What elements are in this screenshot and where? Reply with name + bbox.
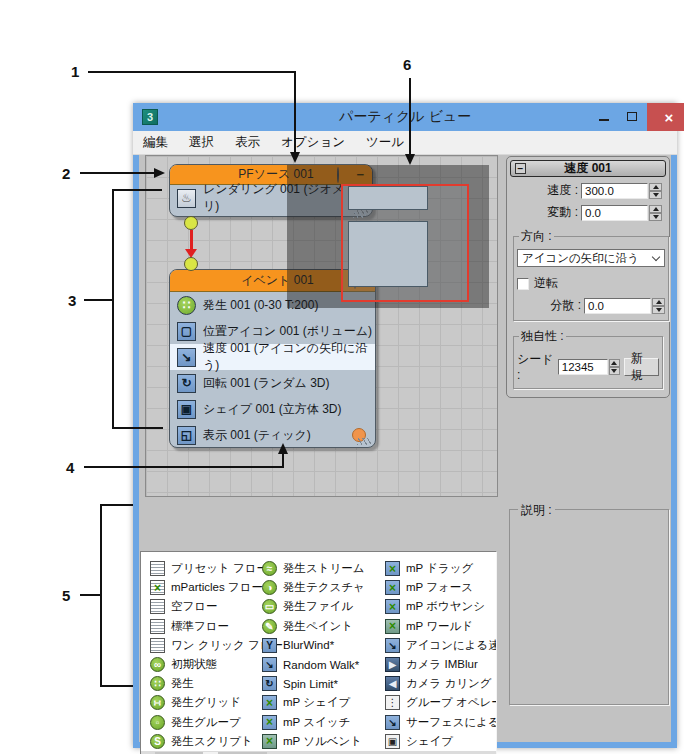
variation-row: 変動 : 0.0 bbox=[510, 204, 666, 221]
depot-label: 発生テクスチャ bbox=[283, 580, 365, 595]
mp-buoyancy-icon: × bbox=[385, 599, 400, 614]
reverse-checkbox[interactable] bbox=[517, 278, 529, 290]
menu-options[interactable]: オプション bbox=[281, 134, 345, 151]
depot-item-camera-imblur[interactable]: ▶カメラ IMBlur bbox=[385, 655, 497, 674]
speed-spinner[interactable] bbox=[649, 183, 662, 199]
description-legend: 説明 : bbox=[518, 502, 555, 519]
divergence-spinner[interactable] bbox=[652, 298, 665, 314]
rotation-icon: ↻ bbox=[177, 374, 196, 393]
spin-up-icon[interactable] bbox=[649, 205, 662, 213]
spin-down-icon[interactable] bbox=[649, 191, 662, 199]
depot-item-shape[interactable]: ▣シェイプ bbox=[385, 732, 497, 751]
menu-select[interactable]: 選択 bbox=[189, 134, 214, 151]
particle-view-window: 3 パーティクル ビュー × 編集 選択 表示 オプション ツール PFソース … bbox=[133, 103, 677, 748]
wire-line bbox=[190, 230, 193, 250]
menu-tools[interactable]: ツール bbox=[366, 134, 404, 151]
depot-item-camera-culling[interactable]: ◀カメラ カリング bbox=[385, 674, 497, 693]
depot-item-spin-limit[interactable]: ↻Spin Limit* bbox=[262, 674, 365, 693]
depot-item-birth-file[interactable]: ▭発生ファイル bbox=[262, 597, 365, 616]
depot-label: 発生グループ bbox=[171, 715, 241, 730]
shape-action-row[interactable]: ▣ シェイプ 001 (立方体 3D) bbox=[170, 396, 375, 422]
mparticles-flow-icon: × bbox=[150, 580, 165, 595]
depot-label: シェイプ bbox=[406, 734, 453, 749]
maximize-button[interactable] bbox=[619, 103, 645, 129]
depot-item-mp-solvent[interactable]: ×mP ソルベント bbox=[262, 732, 365, 751]
speed-rollout: − 速度 001 速度 : 300.0 変動 : 0.0 方向 : bbox=[506, 156, 670, 398]
depot-label: BlurWind* bbox=[283, 639, 334, 651]
event-input-connector[interactable] bbox=[184, 257, 198, 271]
depot-item-birth-stream[interactable]: ≈発生ストリーム bbox=[262, 559, 365, 578]
speed-action-row-selected[interactable]: ↘ 速度 001 (アイコンの矢印に沿う) bbox=[170, 344, 375, 370]
divergence-row: 分散 : 0.0 bbox=[517, 297, 665, 314]
depot-item-speed-by-icon[interactable]: ↘アイコンによる速度 bbox=[385, 636, 497, 655]
direction-dropdown[interactable]: アイコンの矢印に沿う bbox=[517, 249, 665, 267]
callout-5: 5 bbox=[62, 587, 70, 604]
source-output-connector[interactable] bbox=[184, 216, 198, 230]
variation-input[interactable]: 0.0 bbox=[581, 205, 648, 221]
spin-up-icon[interactable] bbox=[649, 183, 662, 191]
ghost-node-small bbox=[348, 186, 428, 210]
seed-input[interactable]: 12345 bbox=[558, 359, 608, 375]
depot-label: 発生ストリーム bbox=[283, 561, 365, 576]
depot-item-mp-shape[interactable]: ×mP シェイプ bbox=[262, 693, 365, 712]
depot-item-group-operator[interactable]: ⋮グループ オペレータ bbox=[385, 693, 497, 712]
shape-label: シェイプ 001 (立方体 3D) bbox=[203, 401, 341, 418]
ghost-node-large bbox=[348, 221, 428, 287]
display-action-row[interactable]: ◱ 表示 001 (ティック) bbox=[170, 422, 375, 448]
speed-field-label: 速度 : bbox=[547, 182, 578, 199]
rotation-action-row[interactable]: ↻ 回転 001 (ランダム 3D) bbox=[170, 370, 375, 396]
birth-stream-icon: ≈ bbox=[262, 561, 277, 576]
depot-item-speed-by-surface[interactable]: ↘サーフェスによる速度 bbox=[385, 713, 497, 732]
minimize-button[interactable] bbox=[591, 103, 617, 129]
close-button[interactable]: × bbox=[647, 103, 684, 131]
random-walk-icon: ↘ bbox=[262, 657, 277, 672]
depot-label: Random Walk* bbox=[283, 659, 359, 671]
menu-display[interactable]: 表示 bbox=[235, 134, 260, 151]
flow-icon bbox=[150, 599, 165, 614]
depot-column-2: ≈発生ストリーム ◑発生テクスチャ ▭発生ファイル ✎発生ペイント YBlurW… bbox=[262, 559, 365, 751]
depot-item-blurwind[interactable]: YBlurWind* bbox=[262, 636, 365, 655]
shape-icon: ▣ bbox=[177, 400, 196, 419]
speed-by-surface-icon: ↘ bbox=[385, 715, 400, 730]
menu-edit[interactable]: 編集 bbox=[143, 134, 168, 151]
depot-label: mParticles フロー bbox=[171, 580, 263, 595]
new-seed-button[interactable]: 新規 bbox=[624, 358, 659, 376]
depot-item-birth-texture[interactable]: ◑発生テクスチャ bbox=[262, 578, 365, 597]
mp-switch-icon: × bbox=[262, 715, 277, 730]
mp-shape-icon: × bbox=[262, 695, 277, 710]
spin-down-icon[interactable] bbox=[649, 213, 662, 221]
resize-grip-icon[interactable] bbox=[357, 438, 371, 445]
depot-label: mP スイッチ bbox=[283, 715, 350, 730]
depot-label: 発生ペイント bbox=[283, 619, 353, 634]
minimize-icon bbox=[599, 119, 609, 121]
direction-dropdown-value: アイコンの矢印に沿う bbox=[522, 251, 639, 266]
birth-grid-icon: ∺ bbox=[150, 695, 165, 710]
depot-item-mp-world[interactable]: ×mP ワールド bbox=[385, 617, 497, 636]
rollout-collapse-icon[interactable]: − bbox=[515, 163, 526, 174]
depot-item-birth-paint[interactable]: ✎発生ペイント bbox=[262, 617, 365, 636]
variation-spinner[interactable] bbox=[649, 205, 662, 221]
depot-label: 空フロー bbox=[171, 599, 218, 614]
depot-item-random-walk[interactable]: ↘Random Walk* bbox=[262, 655, 365, 674]
callout-4: 4 bbox=[66, 459, 74, 476]
depot-label: 初期状態 bbox=[171, 657, 217, 672]
depot-label: アイコンによる速度 bbox=[406, 638, 497, 653]
mp-drag-icon: × bbox=[385, 561, 400, 576]
depot-label: mP ワールド bbox=[406, 619, 473, 634]
event-display-canvas[interactable]: PFソース 001 − ♨ レンダリング 001 (ジオメトリ) bbox=[145, 155, 498, 497]
divergence-input[interactable]: 0.0 bbox=[584, 298, 651, 314]
display-icon: ◱ bbox=[177, 426, 196, 445]
speed-icon: ↘ bbox=[177, 348, 196, 367]
depot-label: mP フォース bbox=[406, 580, 473, 595]
spin-up-icon[interactable] bbox=[652, 298, 665, 306]
depot-item-mp-drag[interactable]: ×mP ドラッグ bbox=[385, 559, 497, 578]
spin-down-icon[interactable] bbox=[609, 367, 620, 375]
seed-spinner[interactable] bbox=[609, 359, 620, 375]
spin-up-icon[interactable] bbox=[609, 359, 620, 367]
depot-item-mp-switch[interactable]: ×mP スイッチ bbox=[262, 713, 365, 732]
rollout-header[interactable]: − 速度 001 bbox=[510, 160, 666, 177]
depot-item-mp-force[interactable]: ×mP フォース bbox=[385, 578, 497, 597]
depot-item-mp-buoyancy[interactable]: ×mP ボウヤンシ bbox=[385, 597, 497, 616]
spin-down-icon[interactable] bbox=[652, 306, 665, 314]
speed-input[interactable]: 300.0 bbox=[581, 183, 648, 199]
